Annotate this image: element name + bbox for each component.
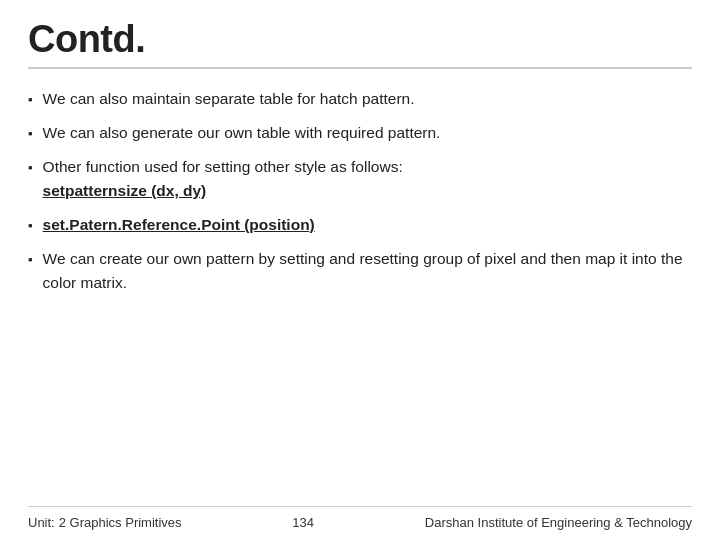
- bullet-item-2: ▪ We can also generate our own table wit…: [28, 121, 692, 145]
- bullet-text-1: We can also maintain separate table for …: [43, 87, 692, 111]
- footer-unit-label: Unit:: [28, 515, 55, 530]
- bullet-text-5: We can create our own pattern by setting…: [43, 247, 692, 295]
- page-title: Contd.: [28, 18, 692, 61]
- bullet-text-2: We can also generate our own table with …: [43, 121, 692, 145]
- footer: Unit: 2 Graphics Primitives 134 Darshan …: [28, 506, 692, 530]
- bullet-item-4: ▪ set.Patern.Reference.Point (position): [28, 213, 692, 237]
- bullet-item-1: ▪ We can also maintain separate table fo…: [28, 87, 692, 111]
- bullet-symbol-4: ▪: [28, 216, 33, 236]
- bullet-symbol-5: ▪: [28, 250, 33, 270]
- bullet-item-3: ▪ Other function used for setting other …: [28, 155, 692, 203]
- bullet-item-5: ▪ We can create our own pattern by setti…: [28, 247, 692, 295]
- bullet-text-3: Other function used for setting other st…: [43, 155, 692, 203]
- footer-left: Unit: 2 Graphics Primitives: [28, 515, 182, 530]
- footer-page-number: 134: [292, 515, 314, 530]
- bullet-symbol-3: ▪: [28, 158, 33, 178]
- bullet-text-4: set.Patern.Reference.Point (position): [43, 213, 692, 237]
- bullet-text-3-plain: Other function used for setting other st…: [43, 158, 403, 175]
- page-container: Contd. ▪ We can also maintain separate t…: [0, 0, 720, 540]
- footer-institute: Darshan Institute of Engineering & Techn…: [425, 515, 692, 530]
- title-divider: [28, 67, 692, 69]
- bullet-symbol-1: ▪: [28, 90, 33, 110]
- bullet-symbol-2: ▪: [28, 124, 33, 144]
- content-area: ▪ We can also maintain separate table fo…: [28, 87, 692, 506]
- footer-unit-value: 2 Graphics Primitives: [59, 515, 182, 530]
- bullet-text-3-link: setpatternsize (dx, dy): [43, 182, 207, 199]
